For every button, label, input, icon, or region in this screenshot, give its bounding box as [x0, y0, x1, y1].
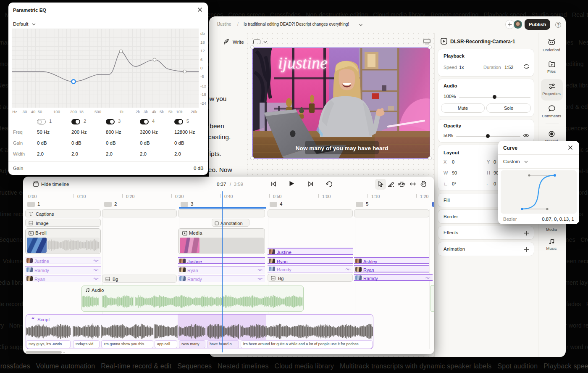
svg-text:ijustine: ijustine: [278, 53, 328, 72]
svg-text:Now many of you may have heard: Now many of you may have heard: [296, 145, 388, 151]
